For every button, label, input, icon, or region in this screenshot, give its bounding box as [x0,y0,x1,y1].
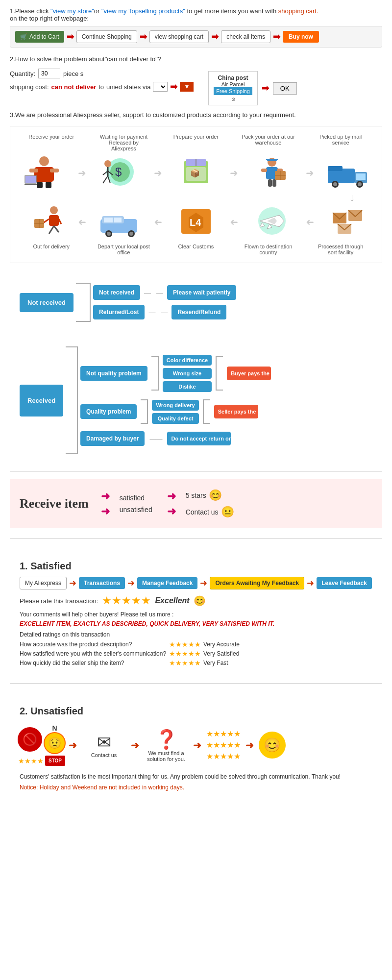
flow-icon-worker [247,156,296,190]
flow-icon-van [96,205,145,239]
svg-line-16 [103,176,108,183]
section2-title-text: 2.How to solve the problem about"can not… [10,55,161,63]
damaged-box: Damaged by buyer [80,431,145,446]
svg-rect-8 [24,184,37,185]
qty-suffix: piece s [63,70,83,77]
unsat-arrow-2: ➜ [131,739,139,751]
pink-arrow-4: ➜ [167,505,176,518]
add-to-cart-btn[interactable]: 🛒 Add to Cart [15,31,64,43]
section2-title: 2.How to solve the problem about"can not… [10,53,382,65]
fb-arrow-1: ➜ [69,578,76,588]
svg-rect-7 [25,176,36,183]
satisfied-title: 1. Satisfied [20,561,372,572]
svg-line-47 [54,226,59,232]
detailed-label: Detailed ratings on this transaction [20,631,372,638]
smiley-happy-1: 😊 [209,489,222,502]
flow-icon-prepare: 📦 [172,156,220,190]
svg-point-12 [104,160,111,167]
svg-point-56 [107,232,111,236]
section2-right: China post Air Parcel Free Shipping ⊙ ➡ … [203,71,296,105]
question-icon: ❓ [144,729,188,750]
svg-rect-43 [49,215,59,226]
flow-icon-truck [323,156,372,190]
svg-rect-5 [46,182,51,188]
expand-arrow[interactable]: ▼ [180,82,194,92]
smiley-excellent: 😊 [194,595,206,607]
flow-arrow-5: ➜ [78,216,86,228]
check-all-btn[interactable]: check all items [221,30,270,43]
rate-text: Please rate this transaction: [20,597,98,605]
svg-rect-27 [261,169,267,172]
transactions-btn[interactable]: Transactions [79,577,125,589]
view-cart-btn[interactable]: view shopping cart [149,30,209,43]
bottom-stars: ★★★★ [18,757,44,765]
view-topselling-link[interactable]: "view my Topselling products" [101,7,185,15]
email-group: ✉ Contact us [82,733,126,758]
n-label: N [52,724,57,732]
shipping-label: shipping cost: [10,83,49,91]
section-2: 2.How to solve the problem about"can not… [10,53,382,105]
svg-text:L4: L4 [190,217,201,228]
comment-text: Your comments will help other buyers! Pl… [20,611,372,618]
received-section: Received Not quality problem [10,337,382,464]
my-aliexpress-btn[interactable]: My Aliexpress [20,577,67,589]
not-received-outcome1: Please wait patiently [167,285,236,300]
leave-feedback-btn[interactable]: Leave Feedback [317,577,372,589]
flow-arrow-1: ➜ [78,167,86,179]
question-group: ❓ We must find a solution for you. [144,729,188,762]
section3-text: 3.We are professional Aliexpress seller,… [10,111,382,119]
buy-now-btn[interactable]: Buy now [283,31,319,43]
flow-arrow-7: ➜ [230,216,238,228]
via-text: unied states via [106,83,150,91]
flow-label-bottom-2: Clear Customs [169,244,223,255]
unsat-arrow-4: ➜ [245,739,254,751]
flow-icon-customs: L4 [172,205,220,239]
color-diff-box: Color difference [163,355,212,366]
flow-arrow-3: ➜ [230,167,238,179]
arrow-2: ➡ [140,31,147,42]
view-store-link[interactable]: "view my store" [50,7,94,15]
quality-defect-box: Quality defect [152,413,198,424]
smiley-neutral-1: 😐 [221,506,234,518]
flow-label-0: Receive your order [24,134,78,151]
detail-row-0: How accurate was the product description… [20,640,372,648]
arrow-5: ➡ [262,83,269,94]
qty-label: Quantity: [10,70,35,77]
dislike-box: Dislike [163,381,212,392]
fb-arrow-4: ➜ [307,578,314,588]
not-received-main: Not received [20,293,74,312]
svg-rect-29 [268,179,272,187]
pink-section: Receive item ➜ ➜ satisfied unsatisfied ➜… [10,479,382,528]
flow-diagram: Receive your order Waiting for payment R… [10,126,382,263]
star-row-1: ★★★★★ [206,729,241,738]
svg-text:📦: 📦 [190,169,200,178]
manage-feedback-btn[interactable]: Manage Feedback [137,577,197,589]
excellent-label: Excellent [155,596,189,605]
flow-label-2: Prepare your order [169,134,223,151]
flow-icon-money: $ [96,156,145,190]
warning-face: 😟 [44,732,66,754]
ok-button[interactable]: OK [273,82,297,95]
svg-point-38 [333,182,337,186]
svg-rect-3 [50,169,59,172]
shipping-circle: ⊙ [214,97,252,102]
cart-flow: 🛒 Add to Cart ➡ Continue Shopping ➡ view… [10,26,382,48]
notice-red-text: Notice: Holiday and Weekend are not incl… [20,784,372,791]
arrow-1: ➡ [67,31,74,42]
quantity-input[interactable] [38,69,60,78]
svg-point-40 [358,182,362,186]
svg-line-45 [59,219,61,224]
contact-us-label: Contact us [186,508,219,516]
svg-rect-36 [356,173,366,180]
section1-text: 1.Please click "view my store"or "view m… [10,7,382,15]
flow-label-bottom-1: Depart your local post office [97,244,150,255]
detailed-ratings: Detailed ratings on this transaction How… [20,631,372,667]
section-1: 1.Please click "view my store"or "view m… [10,7,382,48]
state-dropdown[interactable] [153,82,168,92]
flow-label-4: Picked up by mail service [314,134,368,151]
flow-arrow-4: ➜ [306,167,314,179]
continue-shopping-btn[interactable]: Continue Shopping [76,30,137,43]
wrong-size-box: Wrong size [163,368,212,379]
orders-awaiting-btn[interactable]: Orders Awaiting My Feedback [210,577,304,589]
not-received-branch1: Not received [93,285,140,300]
